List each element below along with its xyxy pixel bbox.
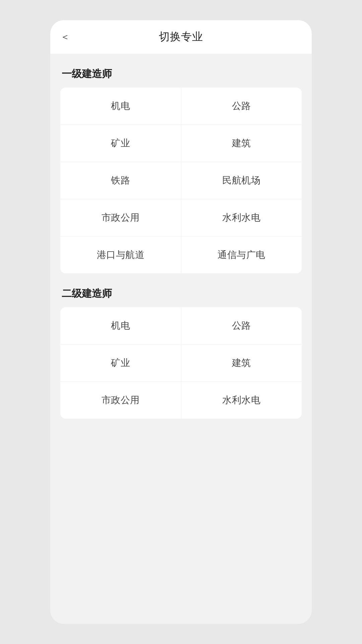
grid-row: 市政公用水利水电 — [60, 382, 302, 419]
cell-label: 矿业 — [111, 357, 130, 369]
cell-label: 公路 — [232, 319, 251, 332]
grid-cell[interactable]: 铁路 — [60, 162, 181, 199]
content-area: 一级建造师机电公路矿业建筑铁路民航机场市政公用水利水电港口与航道通信与广电二级建… — [50, 67, 312, 419]
grid-cell[interactable]: 民航机场 — [181, 162, 302, 199]
header: ＜ 切换专业 — [50, 20, 312, 54]
cell-label: 港口与航道 — [97, 249, 145, 261]
grid-row: 市政公用水利水电 — [60, 199, 302, 236]
section-title-level1: 一级建造师 — [60, 67, 302, 81]
grid-row: 矿业建筑 — [60, 125, 302, 162]
cell-label: 机电 — [111, 100, 130, 112]
grid-cell[interactable]: 港口与航道 — [60, 236, 181, 273]
grid-cell[interactable]: 水利水电 — [181, 382, 302, 419]
grid-level2: 机电公路矿业建筑市政公用水利水电 — [60, 307, 302, 419]
grid-cell[interactable]: 市政公用 — [60, 382, 181, 419]
grid-cell[interactable]: 通信与广电 — [181, 236, 302, 273]
grid-row: 矿业建筑 — [60, 344, 302, 382]
grid-cell[interactable]: 公路 — [181, 88, 302, 124]
grid-row: 机电公路 — [60, 307, 302, 344]
cell-label: 水利水电 — [222, 394, 260, 407]
section-level1: 一级建造师机电公路矿业建筑铁路民航机场市政公用水利水电港口与航道通信与广电 — [60, 67, 302, 273]
phone-container: ＜ 切换专业 一级建造师机电公路矿业建筑铁路民航机场市政公用水利水电港口与航道通… — [50, 20, 312, 624]
cell-label: 建筑 — [232, 357, 251, 369]
grid-level1: 机电公路矿业建筑铁路民航机场市政公用水利水电港口与航道通信与广电 — [60, 88, 302, 273]
section-title-level2: 二级建造师 — [60, 287, 302, 301]
cell-label: 机电 — [111, 319, 130, 332]
back-button[interactable]: ＜ — [60, 32, 70, 42]
grid-cell[interactable]: 机电 — [60, 307, 181, 344]
page-title: 切换专业 — [159, 30, 203, 44]
grid-row: 机电公路 — [60, 88, 302, 125]
grid-cell[interactable]: 市政公用 — [60, 199, 181, 236]
cell-label: 铁路 — [111, 174, 130, 187]
section-level2: 二级建造师机电公路矿业建筑市政公用水利水电 — [60, 287, 302, 419]
cell-label: 建筑 — [232, 137, 251, 150]
cell-label: 矿业 — [111, 137, 130, 150]
cell-label: 民航机场 — [222, 174, 260, 187]
cell-label: 市政公用 — [102, 394, 140, 407]
page: ＜ 切换专业 一级建造师机电公路矿业建筑铁路民航机场市政公用水利水电港口与航道通… — [50, 20, 312, 624]
grid-cell[interactable]: 公路 — [181, 307, 302, 344]
grid-row: 铁路民航机场 — [60, 162, 302, 199]
grid-row: 港口与航道通信与广电 — [60, 236, 302, 273]
grid-cell[interactable]: 矿业 — [60, 125, 181, 162]
grid-cell[interactable]: 水利水电 — [181, 199, 302, 236]
cell-label: 通信与广电 — [218, 249, 265, 261]
cell-label: 公路 — [232, 100, 251, 112]
cell-label: 水利水电 — [222, 211, 260, 224]
grid-cell[interactable]: 矿业 — [60, 344, 181, 381]
cell-label: 市政公用 — [102, 211, 140, 224]
sections-container: 一级建造师机电公路矿业建筑铁路民航机场市政公用水利水电港口与航道通信与广电二级建… — [60, 67, 302, 419]
grid-cell[interactable]: 建筑 — [181, 125, 302, 162]
grid-cell[interactable]: 建筑 — [181, 344, 302, 381]
grid-cell[interactable]: 机电 — [60, 88, 181, 124]
